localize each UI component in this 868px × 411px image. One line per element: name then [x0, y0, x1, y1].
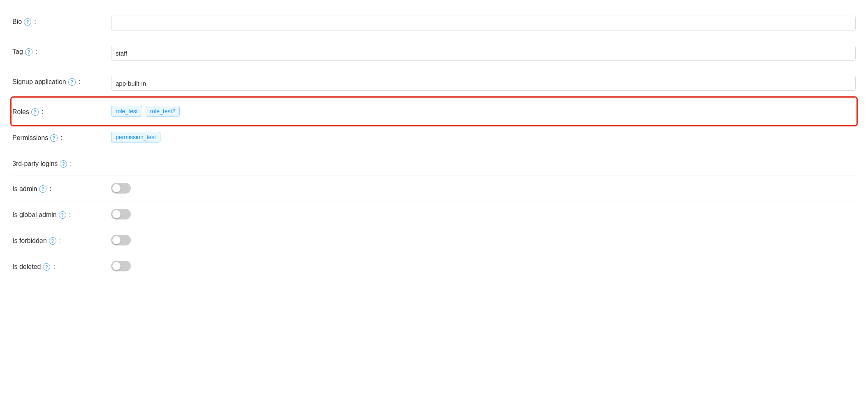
roles-colon: :	[42, 108, 43, 116]
bio-label: Bio ? :	[12, 16, 111, 26]
permissions-label: Permissions ? :	[12, 132, 111, 142]
signup-application-label-text: Signup application	[12, 78, 66, 86]
third-party-logins-row: 3rd-party logins ? :	[12, 150, 856, 175]
bio-input[interactable]	[111, 16, 856, 30]
tag-label: Tag ? :	[12, 46, 111, 56]
third-party-logins-colon: :	[70, 160, 72, 168]
permission-tag-permission-test[interactable]: permission_test	[111, 132, 160, 142]
is-deleted-toggle[interactable]	[111, 261, 131, 271]
is-admin-help-icon[interactable]: ?	[39, 185, 46, 193]
signup-application-input[interactable]	[111, 76, 856, 91]
third-party-logins-help-icon[interactable]: ?	[60, 160, 67, 168]
is-admin-label: Is admin ? :	[12, 183, 111, 193]
tag-help-icon[interactable]: ?	[25, 48, 32, 56]
permissions-colon: :	[60, 134, 62, 142]
permissions-help-icon[interactable]: ?	[50, 134, 58, 142]
signup-application-help-icon[interactable]: ?	[68, 78, 76, 86]
is-deleted-help-icon[interactable]: ?	[43, 263, 50, 271]
signup-application-row: Signup application ? :	[12, 68, 856, 98]
role-tag-role-test2[interactable]: role_test2	[146, 106, 180, 117]
is-admin-colon: :	[49, 185, 51, 193]
tag-row: Tag ? :	[12, 38, 856, 68]
is-global-admin-slider	[111, 209, 131, 220]
is-admin-slider	[111, 183, 131, 194]
is-admin-row: Is admin ? :	[12, 175, 856, 201]
is-forbidden-label: Is forbidden ? :	[12, 235, 111, 245]
permissions-value: permission_test	[111, 132, 856, 142]
is-global-admin-help-icon[interactable]: ?	[59, 211, 66, 219]
signup-application-colon: :	[79, 78, 80, 86]
is-forbidden-value	[111, 235, 856, 245]
is-global-admin-value	[111, 209, 856, 220]
roles-help-icon[interactable]: ?	[31, 108, 39, 116]
is-global-admin-row: Is global admin ? :	[12, 201, 856, 227]
is-deleted-label: Is deleted ? :	[12, 261, 111, 271]
roles-row: Roles ? : role_test role_test2	[12, 98, 856, 124]
role-tag-role-test[interactable]: role_test	[111, 106, 142, 117]
is-global-admin-toggle[interactable]	[111, 209, 131, 220]
third-party-logins-label: 3rd-party logins ? :	[12, 158, 111, 168]
bio-row: Bio ? :	[12, 8, 856, 38]
is-forbidden-slider	[111, 235, 131, 245]
is-global-admin-colon: :	[69, 211, 71, 219]
tag-colon: :	[35, 48, 37, 56]
tag-label-text: Tag	[12, 48, 23, 56]
is-global-admin-label-text: Is global admin	[12, 211, 57, 219]
is-deleted-slider	[111, 261, 131, 271]
tag-input[interactable]	[111, 46, 856, 61]
permissions-label-text: Permissions	[12, 134, 48, 142]
signup-application-label: Signup application ? :	[12, 76, 111, 86]
is-forbidden-toggle[interactable]	[111, 235, 131, 245]
roles-label-text: Roles	[12, 108, 29, 116]
form-container: Bio ? : Tag ? : Signup application ? :	[0, 0, 868, 287]
is-deleted-row: Is deleted ? :	[12, 253, 856, 279]
is-global-admin-label: Is global admin ? :	[12, 209, 111, 219]
is-forbidden-colon: :	[59, 237, 61, 245]
is-admin-value	[111, 183, 856, 194]
roles-value: role_test role_test2	[111, 106, 856, 117]
is-forbidden-label-text: Is forbidden	[12, 237, 47, 245]
bio-help-icon[interactable]: ?	[24, 18, 31, 26]
is-forbidden-row: Is forbidden ? :	[12, 227, 856, 253]
bio-label-text: Bio	[12, 18, 22, 26]
is-deleted-colon: :	[53, 263, 55, 271]
tag-value	[111, 46, 856, 61]
signup-application-value	[111, 76, 856, 91]
is-admin-label-text: Is admin	[12, 185, 37, 193]
bio-value	[111, 16, 856, 30]
is-admin-toggle[interactable]	[111, 183, 131, 194]
is-deleted-label-text: Is deleted	[12, 263, 41, 271]
roles-label: Roles ? :	[12, 106, 111, 116]
third-party-logins-label-text: 3rd-party logins	[12, 160, 58, 168]
is-deleted-value	[111, 261, 856, 271]
permissions-row: Permissions ? : permission_test	[12, 124, 856, 150]
is-forbidden-help-icon[interactable]: ?	[49, 237, 56, 245]
bio-colon: :	[34, 18, 36, 26]
